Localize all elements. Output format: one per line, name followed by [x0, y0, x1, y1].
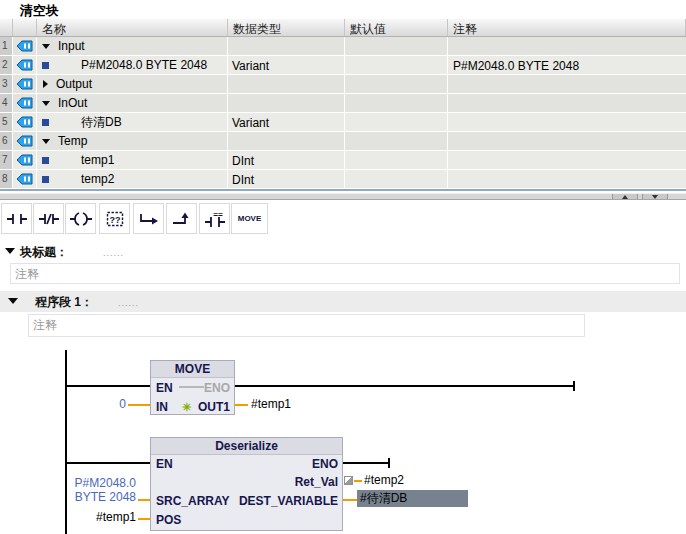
contact-closed-button[interactable]	[33, 203, 64, 234]
insert-output-icon[interactable]: ✳	[182, 402, 191, 413]
move-instruction-button[interactable]: MOVE	[231, 203, 268, 234]
compare-contact-button[interactable]: ==	[199, 203, 230, 234]
tag-icon	[13, 170, 37, 188]
tag-icon	[13, 94, 37, 112]
default-cell[interactable]	[345, 75, 448, 93]
expander-icon[interactable]	[42, 119, 49, 126]
header-datatype[interactable]: 数据类型	[228, 19, 345, 36]
comment-cell[interactable]	[448, 75, 686, 93]
default-cell[interactable]	[345, 113, 448, 131]
deserialize-instruction-box[interactable]: Deserialize EN ENO Ret_Val SRC_ARRAY DES…	[150, 437, 343, 531]
table-row[interactable]: 3 Output	[0, 75, 686, 94]
expander-icon[interactable]	[42, 62, 49, 69]
srcarray-operand-line1[interactable]: P#M2048.0	[40, 476, 136, 490]
tag-icon	[13, 56, 37, 74]
datatype-cell[interactable]	[228, 94, 345, 112]
name-cell[interactable]: InOut	[37, 94, 228, 112]
table-row[interactable]: 5 待清DB Variant	[0, 113, 686, 132]
network-header[interactable]	[0, 291, 686, 312]
default-cell[interactable]	[345, 94, 448, 112]
table-row[interactable]: 8 temp2 DInt	[0, 170, 686, 189]
comment-cell[interactable]	[448, 132, 686, 150]
comment-cell[interactable]	[448, 113, 686, 131]
pos-operand[interactable]: #temp1	[60, 510, 136, 524]
name-cell[interactable]: P#M2048.0 BYTE 2048	[37, 56, 228, 74]
network-comment-field[interactable]: 注释	[28, 314, 585, 337]
table-row[interactable]: 1 Input	[0, 37, 686, 56]
splitter-bar[interactable]	[0, 193, 686, 200]
name-cell[interactable]: Output	[37, 75, 228, 93]
compare-contact-icon: ==	[204, 210, 226, 228]
default-cell[interactable]	[345, 132, 448, 150]
datatype-cell[interactable]: Variant	[228, 113, 345, 131]
tag-icon-glyph	[16, 97, 33, 109]
destvariable-operand-selected[interactable]: #待清DB	[357, 490, 468, 507]
contact-open-button[interactable]	[1, 203, 32, 234]
expander-icon[interactable]	[42, 176, 49, 183]
row-name: InOut	[58, 96, 87, 110]
pos-wire	[138, 518, 150, 520]
table-row[interactable]: 7 temp1 DInt	[0, 151, 686, 170]
datatype-cell[interactable]: Variant	[228, 56, 345, 74]
expander-icon[interactable]	[42, 139, 50, 144]
datatype-cell[interactable]: DInt	[228, 170, 345, 188]
datatype-cell[interactable]	[228, 132, 345, 150]
splitter-collapse-down-button[interactable]	[642, 194, 668, 199]
splitter-collapse-up-button[interactable]	[612, 194, 638, 199]
coil-button[interactable]	[65, 203, 96, 234]
comment-cell[interactable]	[448, 151, 686, 169]
table-row[interactable]: 6 Temp	[0, 132, 686, 151]
name-cell[interactable]: temp1	[37, 151, 228, 169]
row-number: 6	[0, 132, 13, 150]
default-cell[interactable]	[345, 151, 448, 169]
expander-icon[interactable]	[43, 80, 48, 88]
name-cell[interactable]: Temp	[37, 132, 228, 150]
default-cell[interactable]	[345, 37, 448, 55]
srcarray-operand-line2[interactable]: BYTE 2048	[40, 490, 136, 504]
table-row[interactable]: 2 P#M2048.0 BYTE 2048 Variant P#M2048.0 …	[0, 56, 686, 75]
name-cell[interactable]: temp2	[37, 170, 228, 188]
move-eno-dash	[179, 386, 204, 388]
deserialize-eno-pin: ENO	[312, 457, 338, 471]
lad-favorites-toolbar: ?? == MOVE	[0, 200, 686, 238]
block-comment-field[interactable]: 注释	[10, 263, 680, 284]
row-name: Input	[58, 39, 85, 53]
expander-icon[interactable]	[42, 101, 50, 106]
table-row[interactable]: 4 InOut	[0, 94, 686, 113]
deserialize-box-title[interactable]: Deserialize	[151, 438, 342, 455]
implicit-conversion-icon	[344, 476, 353, 485]
block-title-placeholder[interactable]: ......	[103, 248, 124, 258]
network-title-placeholder[interactable]: ......	[118, 298, 139, 308]
name-cell[interactable]: 待清DB	[37, 113, 228, 131]
expander-icon[interactable]	[42, 44, 50, 49]
retval-operand[interactable]: #temp2	[364, 473, 404, 487]
block-title-collapse-icon[interactable]	[5, 248, 15, 254]
move-box-title[interactable]: MOVE	[151, 361, 234, 378]
default-cell[interactable]	[345, 56, 448, 74]
comment-cell[interactable]: P#M2048.0 BYTE 2048	[448, 56, 686, 74]
header-comment[interactable]: 注释	[448, 19, 686, 36]
row-number: 3	[0, 75, 13, 93]
empty-box-button[interactable]: ??	[99, 203, 130, 234]
comment-cell[interactable]	[448, 37, 686, 55]
comment-cell[interactable]	[448, 94, 686, 112]
expander-icon[interactable]	[42, 157, 49, 164]
arrow-up-icon	[622, 195, 628, 199]
move-in-operand[interactable]: 0	[86, 397, 126, 411]
network-collapse-icon[interactable]	[8, 298, 18, 304]
default-cell[interactable]	[345, 170, 448, 188]
row-number: 8	[0, 170, 13, 188]
datatype-cell[interactable]	[228, 75, 345, 93]
header-default[interactable]: 默认值	[345, 19, 448, 36]
move-out1-operand[interactable]: #temp1	[251, 397, 291, 411]
name-cell[interactable]: Input	[37, 37, 228, 55]
tag-icon	[13, 113, 37, 131]
move-out1-wire	[235, 404, 248, 406]
datatype-cell[interactable]: DInt	[228, 151, 345, 169]
comment-cell[interactable]	[448, 170, 686, 188]
close-branch-button[interactable]	[166, 203, 197, 234]
header-name[interactable]: 名称	[37, 19, 228, 36]
open-branch-button[interactable]	[133, 203, 164, 234]
datatype-cell[interactable]	[228, 37, 345, 55]
move-instruction-box[interactable]: MOVE EN ENO IN ✳ OUT1	[150, 360, 235, 415]
